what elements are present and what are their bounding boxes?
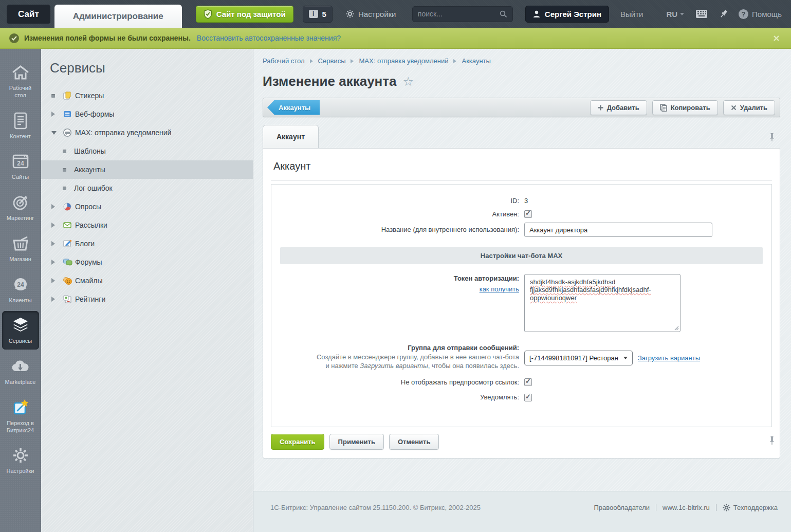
search-placeholder: поиск... (418, 10, 500, 18)
notify-label: Уведомлять: (271, 393, 524, 402)
rail-item-content[interactable]: Контент (2, 106, 39, 145)
preview-label: Не отображать предпросмотр ссылок: (271, 378, 524, 387)
rail-item-marketplace[interactable]: Marketplace (2, 352, 39, 391)
sidebar-menu: Сервисы Стикеры Веб-формы (41, 49, 253, 532)
rail-item-shop[interactable]: Магазин (2, 229, 39, 268)
sidebar-item-blogs[interactable]: Блоги (41, 234, 253, 253)
tab-site[interactable]: Сайт (7, 5, 50, 24)
rights-holders-link[interactable]: Правообладатели (594, 504, 650, 511)
cancel-button[interactable]: Отменить (389, 434, 439, 450)
group-label: Группа для отправки сообщений: (408, 344, 519, 352)
apply-button[interactable]: Применить (329, 434, 384, 450)
breadcrumb: Рабочий стол Сервисы МАХ: отправка уведо… (263, 57, 780, 65)
rail-item-desktop[interactable]: Рабочий стол (2, 58, 39, 104)
mail-icon (63, 221, 75, 230)
language-selector[interactable]: RU (666, 10, 684, 19)
sidebar-item-stickers[interactable]: Стикеры (41, 86, 253, 105)
rating-icon (63, 295, 75, 304)
sidebar-item-accounts[interactable]: Аккаунты (41, 160, 253, 179)
no-preview-checkbox[interactable] (524, 378, 532, 386)
breadcrumb-desktop[interactable]: Рабочий стол (263, 57, 305, 65)
top-bar: Сайт Администрирование Сайт под защитой … (0, 0, 791, 28)
breadcrumb-separator-icon (351, 59, 354, 63)
delete-button[interactable]: Удалить (723, 100, 775, 115)
breadcrumb-accounts[interactable]: Аккаунты (462, 57, 490, 65)
tab-administration[interactable]: Администрирование (54, 5, 182, 28)
close-notification-button[interactable] (771, 33, 782, 44)
pin-button[interactable] (719, 9, 728, 19)
sidebar-item-mailings[interactable]: Рассылки (41, 216, 253, 234)
counter-value: 5 (322, 10, 326, 19)
copy-button[interactable]: Копировать (652, 100, 718, 115)
field-notify: Уведомлять: (271, 393, 771, 402)
sidebar-item-polls[interactable]: Опросы (41, 197, 253, 216)
sidebar-item-ratings[interactable]: Рейтинги (41, 290, 253, 308)
sidebar-item-error-log[interactable]: Лог ошибок (41, 179, 253, 197)
pin-icon (719, 9, 728, 19)
save-button[interactable]: Сохранить (271, 434, 324, 450)
site-protected-button[interactable]: Сайт под защитой (196, 6, 293, 23)
search-input[interactable]: поиск... (412, 6, 513, 22)
pin-icon[interactable] (769, 436, 775, 445)
rail-item-bitrix24[interactable]: Переход в Битрикс24 (2, 393, 39, 439)
bitrix-site-link[interactable]: www.1c-bitrix.ru (663, 504, 710, 511)
bullet-marker (63, 187, 74, 190)
breadcrumb-services[interactable]: Сервисы (318, 57, 346, 65)
token-textarea[interactable]: shdjkf4hsdk-asjkdhfa5jkdhsd fjjaksd9fhkj… (524, 274, 680, 332)
webform-icon (63, 109, 75, 119)
logout-link[interactable]: Выйти (620, 10, 643, 19)
active-label: Активен: (271, 210, 524, 219)
target-icon (12, 193, 29, 212)
group-select[interactable]: [-71449981810917] Ресторан (524, 351, 633, 365)
blog-icon (63, 239, 75, 248)
footer-divider (716, 504, 716, 511)
bullet-marker (63, 150, 74, 153)
pin-icon[interactable] (769, 133, 775, 142)
support-link[interactable]: Техподдержка (723, 504, 778, 511)
user-button[interactable]: Сергей Эстрин (525, 6, 609, 23)
keyboard-icon (695, 9, 708, 19)
rail-item-services[interactable]: Сервисы (2, 311, 39, 350)
footer: 1С-Битрикс: Управление сайтом 25.1150.20… (253, 491, 791, 532)
notify-checkbox[interactable] (524, 394, 532, 401)
breadcrumb-max[interactable]: МАХ: отправка уведомлений (359, 57, 448, 65)
basket-icon (11, 234, 30, 253)
active-checkbox[interactable] (524, 210, 532, 218)
sidebar-item-webforms[interactable]: Веб-формы (41, 105, 253, 123)
group-hint: Создайте в мессенджере группу, добавьте … (271, 353, 519, 371)
copy-icon (660, 104, 667, 112)
poll-icon (63, 202, 75, 211)
toolbar: Аккаунты Добавить Копировать Удалить (263, 98, 780, 117)
help-button[interactable]: ? Помощь (739, 9, 782, 19)
sidebar-item-smiles[interactable]: Смайлы (41, 271, 253, 290)
sidebar-item-max-notifications[interactable]: МАХ: отправка уведомлений (41, 123, 253, 142)
delete-x-icon (731, 105, 737, 111)
rail-item-settings[interactable]: Настройки (2, 441, 39, 480)
form-fields: ID: 3 Активен: Название (для внутреннего… (271, 184, 772, 427)
collapse-arrow-icon (51, 131, 63, 135)
rail-item-marketing[interactable]: Маркетинг (2, 188, 39, 227)
bitrix24-icon (12, 398, 29, 417)
how-to-get-link[interactable]: как получить (271, 285, 519, 294)
help-icon: ? (739, 9, 748, 19)
sidebar-item-templates[interactable]: Шаблоны (41, 142, 253, 160)
footer-divider (656, 504, 656, 511)
notifications-counter-button[interactable]: i 5 (303, 6, 333, 23)
back-to-accounts-button[interactable]: Аккаунты (267, 100, 320, 115)
page-title: Изменение аккаунта (263, 74, 397, 89)
topbar-settings[interactable]: Настройки (346, 10, 396, 19)
rail-item-clients[interactable]: 24 Клиенты (2, 270, 39, 309)
add-button[interactable]: Добавить (590, 100, 647, 115)
hotkeys-button[interactable] (695, 9, 708, 19)
sidebar-item-forums[interactable]: Форумы (41, 253, 253, 271)
tab-account[interactable]: Аккаунт (263, 125, 319, 148)
load-variants-link[interactable]: Загрузить варианты (638, 354, 700, 362)
resize-grip-icon[interactable] (674, 326, 679, 331)
restore-autosave-link[interactable]: Восстановить автосохраненные значения? (197, 34, 341, 42)
document-icon (13, 112, 28, 130)
bullet-marker (51, 94, 63, 98)
field-active: Активен: (271, 210, 771, 219)
favorite-star-icon[interactable]: ☆ (403, 76, 414, 88)
rail-item-sites[interactable]: 24 Сайты (2, 147, 39, 186)
name-input[interactable] (524, 223, 712, 237)
